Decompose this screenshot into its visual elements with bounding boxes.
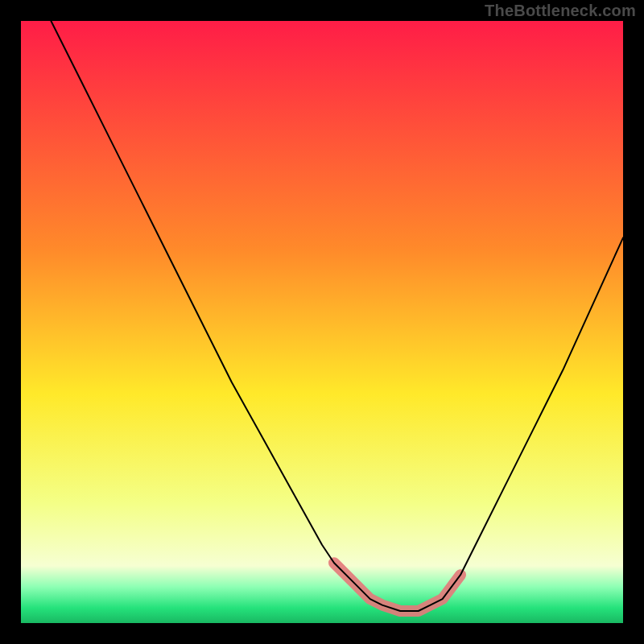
bottleneck-chart	[21, 21, 623, 623]
gradient-background	[21, 21, 623, 623]
chart-stage: TheBottleneck.com	[0, 0, 644, 644]
watermark-text: TheBottleneck.com	[485, 2, 636, 20]
